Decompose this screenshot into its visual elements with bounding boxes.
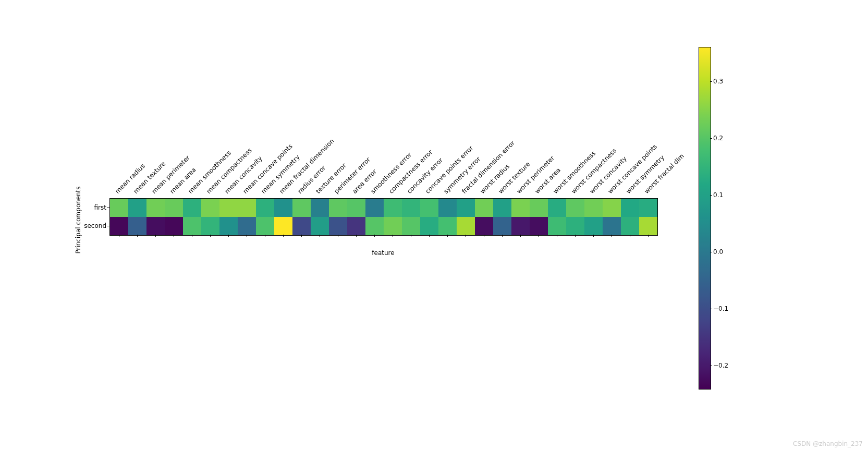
heatmap-cell — [219, 199, 238, 217]
heatmap-cell — [420, 199, 438, 217]
xtick-label: worst texture — [497, 160, 532, 195]
xtick-mark — [174, 235, 174, 237]
heatmap-plot — [109, 198, 658, 236]
xtick-mark — [320, 235, 320, 237]
heatmap-cell — [311, 217, 329, 235]
heatmap-cell — [621, 199, 639, 217]
heatmap-cell — [110, 217, 128, 235]
xtick-mark — [301, 235, 302, 237]
xtick-mark — [648, 235, 649, 237]
heatmap-cell — [548, 199, 566, 217]
heatmap-cell — [292, 217, 311, 235]
heatmap-cell — [347, 217, 365, 235]
xtick-mark — [466, 235, 466, 237]
heatmap-cell — [201, 199, 219, 217]
heatmap-cell — [603, 199, 621, 217]
xtick-mark — [265, 235, 265, 237]
heatmap-cell — [621, 217, 639, 235]
heatmap-cell — [219, 217, 238, 235]
heatmap-cell — [402, 199, 420, 217]
heatmap-cell — [256, 199, 274, 217]
heatmap-cell — [511, 199, 530, 217]
xtick-mark — [612, 235, 612, 237]
heatmap-cell — [584, 217, 603, 235]
ytick-first: first — [44, 204, 106, 211]
colorbar-tick-label: 0.3 — [713, 78, 723, 85]
heatmap-cell — [183, 217, 201, 235]
heatmap-cell — [347, 199, 365, 217]
heatmap-cell — [511, 217, 530, 235]
heatmap-cell — [530, 217, 548, 235]
heatmap-cell — [365, 217, 384, 235]
heatmap-cell — [475, 199, 493, 217]
heatmap-cell — [457, 217, 475, 235]
heatmap-cell — [457, 199, 475, 217]
heatmap-cell — [329, 217, 347, 235]
colorbar-tick-label: 0.2 — [713, 135, 723, 142]
xtick-mark — [557, 235, 557, 237]
xtick-mark — [502, 235, 503, 237]
colorbar-tick-mark — [710, 309, 712, 309]
heatmap-cell — [165, 217, 183, 235]
xtick-mark — [374, 235, 375, 237]
xtick-mark — [192, 235, 192, 237]
heatmap-cell — [566, 217, 584, 235]
xtick-mark — [447, 235, 448, 237]
x-axis-label: feature — [109, 249, 657, 257]
heatmap-cell — [639, 217, 657, 235]
heatmap-cell — [201, 217, 219, 235]
heatmap-cell — [238, 217, 256, 235]
xtick-mark — [429, 235, 430, 237]
y-axis-label: Principal components — [75, 186, 82, 253]
xtick-mark — [393, 235, 393, 237]
chart-canvas: Principal components first second mean r… — [0, 0, 868, 450]
heatmap-cell — [438, 199, 457, 217]
heatmap-cell — [146, 217, 165, 235]
heatmap-row-second — [110, 217, 657, 235]
heatmap-cell — [165, 199, 183, 217]
heatmap-cell — [475, 217, 493, 235]
heatmap-cell — [128, 217, 146, 235]
colorbar-tick-mark — [710, 366, 712, 366]
heatmap-cell — [639, 199, 657, 217]
colorbar-tick-mark — [710, 195, 712, 196]
xtick-label: mean texture — [132, 160, 167, 195]
xtick-mark — [630, 235, 630, 237]
watermark: CSDN @zhangbin_237 — [793, 440, 863, 447]
xtick-mark — [539, 235, 539, 237]
xtick-mark — [411, 235, 411, 237]
xtick-mark — [228, 235, 229, 237]
heatmap-cell — [384, 217, 402, 235]
heatmap-cell — [274, 199, 292, 217]
heatmap-cell — [256, 217, 274, 235]
colorbar-tick-mark — [710, 138, 712, 139]
heatmap-cell — [292, 199, 311, 217]
heatmap-cell — [548, 217, 566, 235]
heatmap-cell — [384, 199, 402, 217]
colorbar-tick-label: −0.2 — [713, 362, 728, 369]
heatmap-cell — [146, 199, 165, 217]
xtick-mark — [137, 235, 138, 237]
xtick-mark — [484, 235, 484, 237]
heatmap-cell — [329, 199, 347, 217]
xtick-mark — [575, 235, 576, 237]
heatmap-cell — [603, 217, 621, 235]
heatmap-cell — [438, 217, 457, 235]
colorbar — [699, 47, 711, 390]
heatmap-cell — [566, 199, 584, 217]
heatmap-cell — [584, 199, 603, 217]
heatmap-cell — [493, 199, 511, 217]
heatmap-cell — [493, 217, 511, 235]
xtick-mark — [520, 235, 521, 237]
colorbar-tick-label: 0.0 — [713, 248, 723, 256]
xtick-mark — [283, 235, 284, 237]
heatmap-cell — [530, 199, 548, 217]
heatmap-cell — [311, 199, 329, 217]
heatmap-cell — [110, 199, 128, 217]
heatmap-cell — [183, 199, 201, 217]
xtick-mark — [119, 235, 119, 237]
xtick-mark — [210, 235, 211, 237]
colorbar-tick-mark — [710, 81, 712, 82]
ytick-second: second — [44, 222, 106, 229]
heatmap-cell — [420, 217, 438, 235]
